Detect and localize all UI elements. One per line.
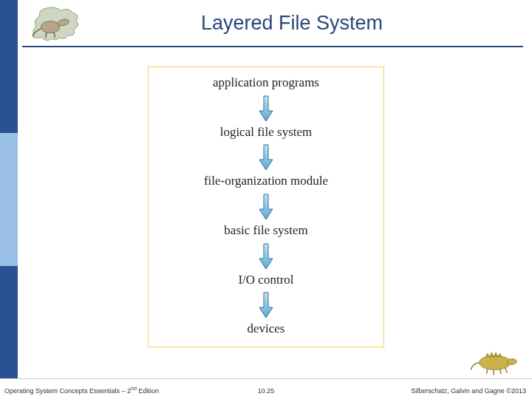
layered-diagram: application programs logical file system…	[148, 66, 384, 347]
header-rule	[22, 46, 523, 47]
slide-footer: Operating System Concepts Essentials – 2…	[0, 378, 532, 399]
svg-line-6	[500, 369, 501, 374]
accent-seg-dark	[0, 0, 18, 133]
left-accent-bar	[0, 0, 18, 399]
footer-left-prefix: Operating System Concepts Essentials – 2	[4, 387, 131, 395]
arrow-down-icon	[257, 193, 275, 221]
arrow-down-icon	[257, 291, 275, 319]
footer-left: Operating System Concepts Essentials – 2…	[4, 386, 159, 395]
svg-line-4	[486, 369, 487, 374]
accent-seg-light	[0, 133, 18, 266]
footer-left-ordinal: nd	[131, 386, 137, 391]
dinosaur-bottom-icon	[470, 344, 522, 377]
arrow-down-icon	[257, 242, 275, 270]
slide-header: Layered File System	[22, 4, 532, 49]
arrow-down-icon	[257, 95, 275, 123]
footer-copyright: Silberschatz, Galvin and Gagne ©2013	[411, 387, 526, 395]
layer-application-programs: application programs	[213, 76, 319, 90]
layer-devices: devices	[248, 322, 285, 336]
footer-page-number: 10.25	[258, 387, 275, 395]
slide-title: Layered File System	[22, 4, 532, 35]
layer-basic-file-system: basic file system	[224, 224, 307, 238]
layer-logical-file-system: logical file system	[220, 126, 313, 140]
footer-left-suffix: Edition	[137, 387, 159, 395]
dinosaur-top-icon	[27, 1, 86, 44]
svg-line-7	[505, 368, 508, 373]
svg-point-0	[41, 21, 60, 33]
layer-file-organization-module: file-organization module	[204, 174, 328, 188]
arrow-down-icon	[257, 143, 275, 171]
layer-io-control: I/O control	[238, 273, 293, 287]
svg-point-3	[480, 355, 511, 370]
